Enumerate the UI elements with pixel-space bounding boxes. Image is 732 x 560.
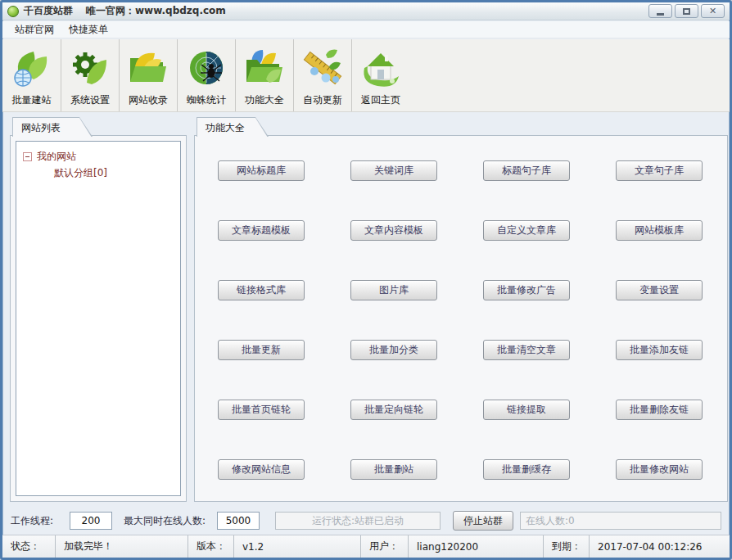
toolbar-label: 系统设置 <box>70 93 110 107</box>
tab-all-functions-label: 功能大全 <box>197 118 268 138</box>
toolbar-item-spider-stats[interactable]: 蜘蛛统计 <box>177 39 235 111</box>
tree-node-label: 默认分组[0] <box>54 166 107 180</box>
folder-yellow-leaves-icon <box>125 44 171 92</box>
function-button-edit-site-info[interactable]: 修改网站信息 <box>218 459 305 480</box>
function-button-batch-add-category[interactable]: 批量加分类 <box>350 340 437 360</box>
maximize-button[interactable] <box>675 4 698 18</box>
close-icon: ✕ <box>709 7 716 16</box>
version-label: 版本： <box>188 535 233 558</box>
tab-site-list[interactable]: 网站列表 <box>12 117 93 137</box>
folder-leaves-icon <box>242 44 287 92</box>
window-title: 千百度站群 <box>24 4 73 18</box>
ruler-branch-icon <box>300 44 346 92</box>
status-value: 加载完毕！ <box>55 535 188 558</box>
function-button-link-extract[interactable]: 链接提取 <box>483 400 570 420</box>
spider-web-icon <box>183 44 229 92</box>
maximize-icon <box>683 8 690 15</box>
function-button-batch-update[interactable]: 批量更新 <box>218 340 305 360</box>
expiry-label: 到期： <box>543 535 589 558</box>
stop-sites-button[interactable]: 停止站群 <box>453 511 513 531</box>
function-button-batch-clear-cache[interactable]: 批量删缓存 <box>483 459 570 480</box>
minimize-icon <box>657 13 664 16</box>
function-button-batch-delete-sites[interactable]: 批量删站 <box>350 459 437 480</box>
minimize-button[interactable] <box>648 4 672 18</box>
toolbar-label: 批量建站 <box>12 93 52 107</box>
site-list-panel: 我的网站 默认分组[0] <box>10 135 187 502</box>
user-value: liang120200 <box>408 535 543 558</box>
worker-threads-label: 工作线程: <box>11 514 53 528</box>
function-button-article-content-template[interactable]: 文章内容模板 <box>350 220 437 241</box>
tree-node-my-sites[interactable]: 我的网站 <box>21 148 175 165</box>
window-subtitle: 唯一官网：www.qbdzq.com <box>86 4 226 18</box>
toolbar-label: 蜘蛛统计 <box>187 93 226 107</box>
toolbar-item-system-settings[interactable]: 系统设置 <box>61 39 119 111</box>
toolbar-item-all-functions[interactable]: 功能大全 <box>235 39 293 111</box>
function-button-image-lib[interactable]: 图片库 <box>350 280 437 300</box>
home-leaf-icon <box>358 44 404 92</box>
toolbar-label: 返回主页 <box>361 93 400 107</box>
window-controls: ✕ <box>648 4 725 18</box>
max-online-input[interactable] <box>217 512 260 530</box>
tree-node-label: 我的网站 <box>37 150 76 164</box>
app-window: 千百度站群 唯一官网：www.qbdzq.com ✕ 站群官网 快捷菜单 批量建… <box>0 0 732 560</box>
menu-item-quick-menu[interactable]: 快捷菜单 <box>61 21 115 38</box>
site-tree[interactable]: 我的网站 默认分组[0] <box>16 141 181 496</box>
function-button-batch-add-links[interactable]: 批量添加友链 <box>616 340 703 360</box>
function-button-article-title-template[interactable]: 文章标题模板 <box>218 220 305 241</box>
toolbar-item-batch-build[interactable]: 批量建站 <box>2 39 61 111</box>
online-count-field: 在线人数:0 <box>520 512 721 530</box>
function-button-site-title-lib[interactable]: 网站标题库 <box>218 160 305 181</box>
expiry-value: 2017-07-04 00:12:26 <box>589 535 730 558</box>
function-button-batch-home-linkwheel[interactable]: 批量首页链轮 <box>218 400 305 420</box>
close-button[interactable]: ✕ <box>701 4 725 18</box>
run-status-field: 运行状态:站群已启动 <box>275 512 441 530</box>
tree-node-default-group[interactable]: 默认分组[0] <box>21 165 175 181</box>
toolbar-item-auto-update[interactable]: 自动更新 <box>293 39 351 111</box>
menu-bar: 站群官网 快捷菜单 <box>2 21 730 38</box>
function-button-batch-clear-articles[interactable]: 批量清空文章 <box>483 340 570 360</box>
function-button-batch-delete-links[interactable]: 批量删除友链 <box>616 400 703 420</box>
toolbar-label: 自动更新 <box>303 93 342 107</box>
collapse-icon[interactable] <box>23 152 32 161</box>
functions-panel: 网站标题库 关键词库 标题句子库 文章句子库 文章标题模板 文章内容模板 自定义… <box>194 135 728 502</box>
toolbar-item-home[interactable]: 返回主页 <box>351 39 409 111</box>
leaves-globe-icon <box>9 44 55 92</box>
bottom-controls-bar: 工作线程: 最大同时在线人数: 运行状态:站群已启动 停止站群 在线人数:0 <box>2 507 730 535</box>
toolbar-item-site-index[interactable]: 网站收录 <box>119 39 177 111</box>
title-bar: 千百度站群 唯一官网：www.qbdzq.com ✕ <box>2 2 730 20</box>
function-button-article-sentence-lib[interactable]: 文章句子库 <box>616 160 703 181</box>
function-button-link-format-lib[interactable]: 链接格式库 <box>218 280 305 300</box>
function-button-batch-directed-linkwheel[interactable]: 批量定向链轮 <box>350 400 437 420</box>
function-button-batch-edit-ads[interactable]: 批量修改广告 <box>483 280 570 300</box>
tab-all-functions[interactable]: 功能大全 <box>197 117 269 137</box>
toolbar: 批量建站 系统设 <box>2 39 730 112</box>
function-button-title-sentence-lib[interactable]: 标题句子库 <box>483 160 570 181</box>
function-button-variable-settings[interactable]: 变量设置 <box>616 280 703 300</box>
user-label: 用户： <box>360 535 408 558</box>
status-bar: 状态： 加载完毕！ 版本： v1.2 用户： liang120200 到期： 2… <box>2 535 730 558</box>
status-label: 状态： <box>2 535 55 558</box>
function-button-site-template-lib[interactable]: 网站模板库 <box>616 220 703 241</box>
function-button-custom-article-lib[interactable]: 自定义文章库 <box>483 220 570 241</box>
max-online-label: 最大同时在线人数: <box>124 514 206 528</box>
function-button-grid: 网站标题库 关键词库 标题句子库 文章句子库 文章标题模板 文章内容模板 自定义… <box>195 136 727 501</box>
toolbar-label: 功能大全 <box>245 93 284 107</box>
menu-item-official-site[interactable]: 站群官网 <box>7 21 61 38</box>
app-logo-icon <box>7 6 19 17</box>
worker-threads-input[interactable] <box>70 512 112 530</box>
function-button-batch-edit-sites[interactable]: 批量修改网站 <box>616 459 703 480</box>
toolbar-label: 网站收录 <box>129 93 168 107</box>
tab-site-list-label: 网站列表 <box>13 118 92 138</box>
gear-leaf-icon <box>67 44 113 92</box>
function-button-keyword-lib[interactable]: 关键词库 <box>350 160 437 181</box>
version-value: v1.2 <box>233 535 360 558</box>
